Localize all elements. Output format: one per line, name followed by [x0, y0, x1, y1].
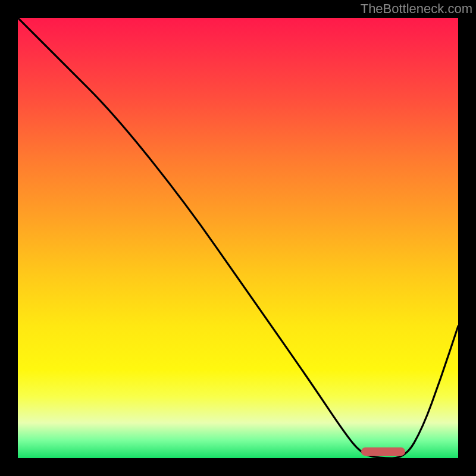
watermark-text: TheBottleneck.com	[361, 1, 472, 17]
chart-plot-area	[18, 18, 458, 458]
bottleneck-curve	[18, 18, 458, 458]
optimal-range-marker	[361, 447, 405, 456]
